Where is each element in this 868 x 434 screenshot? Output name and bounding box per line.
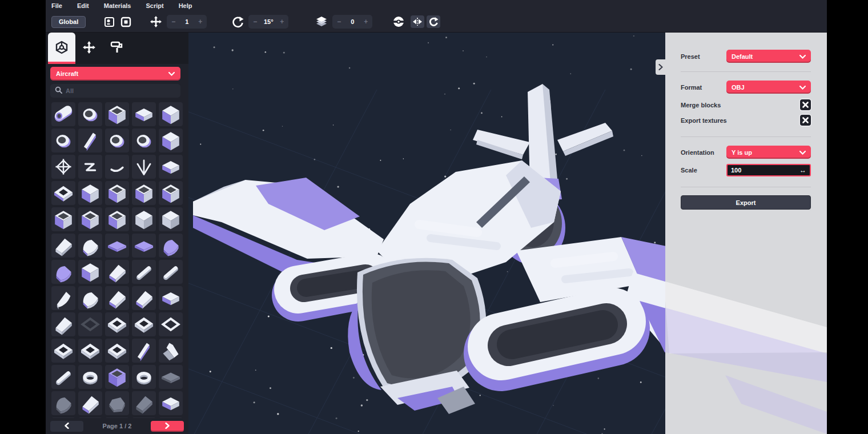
merge-blocks-checkbox[interactable]: [800, 99, 811, 110]
block-tile-rock-chunk[interactable]: [105, 391, 129, 415]
scale-input[interactable]: [731, 167, 782, 174]
block-tile-hull-peak[interactable]: [159, 207, 183, 231]
rotate-step-minus[interactable]: −: [253, 18, 257, 26]
block-tile-window-block-wide[interactable]: [105, 207, 129, 231]
menu-script[interactable]: Script: [146, 2, 163, 9]
tab-move[interactable]: [75, 33, 103, 64]
block-tile-nose-cone[interactable]: [51, 286, 75, 310]
block-tile-strut-zigzag[interactable]: [78, 155, 102, 179]
export-textures-checkbox[interactable]: [800, 115, 811, 126]
panel-collapse-handle[interactable]: [656, 59, 665, 75]
block-tile-wing-cross[interactable]: [159, 339, 183, 363]
block-tile-scoop-round[interactable]: [51, 260, 75, 284]
move-step-minus[interactable]: −: [171, 18, 175, 26]
block-tile-frame-open[interactable]: [51, 181, 75, 205]
block-tile-body-notch[interactable]: [105, 102, 129, 126]
menu-materials[interactable]: Materials: [104, 2, 131, 9]
preset-dropdown[interactable]: Default: [726, 50, 811, 63]
block-tile-slope-low[interactable]: [105, 286, 129, 310]
orbit-icon[interactable]: [392, 15, 405, 28]
block-tile-body-flat[interactable]: [132, 102, 156, 126]
block-tile-ring-torus[interactable]: [78, 365, 102, 389]
category-dropdown[interactable]: Aircraft: [50, 67, 180, 81]
block-tile-engine-cap[interactable]: [78, 102, 102, 126]
block-tile-plate-striped[interactable]: [159, 391, 183, 415]
block-tile-cockpit-wedge[interactable]: [105, 181, 129, 205]
next-page-button[interactable]: [151, 421, 184, 432]
block-tile-hatch-block[interactable]: [78, 181, 102, 205]
block-tile-canopy-piece[interactable]: [105, 365, 129, 389]
orientation-dropdown[interactable]: Y is up: [726, 146, 811, 159]
block-tile-window-block[interactable]: [51, 207, 75, 231]
block-tile-antenna-fan[interactable]: [132, 155, 156, 179]
block-tile-nose-wedge[interactable]: [51, 234, 75, 258]
block-tile-hull-block[interactable]: [159, 155, 183, 179]
block-tile-slope-round[interactable]: [159, 234, 183, 258]
export-button[interactable]: Export: [681, 195, 811, 210]
block-tile-fin-blade[interactable]: [132, 339, 156, 363]
rotate-cw-button[interactable]: [427, 15, 440, 28]
move-step-plus[interactable]: +: [198, 18, 202, 26]
block-tile-plate-gray[interactable]: [159, 365, 183, 389]
block-tile-bar-thin[interactable]: [159, 260, 183, 284]
block-tile-book-block[interactable]: [159, 286, 183, 310]
rotate-icon[interactable]: [231, 15, 244, 28]
block-tile-diamond-frame-thin[interactable]: [132, 312, 156, 336]
tab-paint[interactable]: [103, 33, 130, 64]
block-tile-frame-x[interactable]: [51, 155, 75, 179]
block-tile-engine-housing[interactable]: [159, 128, 183, 152]
layer-plus[interactable]: +: [364, 18, 368, 26]
bounds-icon[interactable]: [119, 15, 132, 28]
move-step-stepper[interactable]: − 1 +: [167, 15, 207, 29]
block-tile-pod-round[interactable]: [78, 286, 102, 310]
block-tile-slope-gray[interactable]: [51, 391, 75, 415]
block-tile-panel-diamond-3[interactable]: [105, 339, 129, 363]
menu-edit[interactable]: Edit: [77, 2, 89, 9]
grid-snap-icon[interactable]: [103, 15, 115, 28]
block-tile-cockpit-block[interactable]: [132, 181, 156, 205]
block-tile-block-two-tone[interactable]: [78, 260, 102, 284]
block-tile-engine-ring[interactable]: [51, 128, 75, 152]
block-tile-claw-piece[interactable]: [132, 286, 156, 310]
layer-stepper[interactable]: − 0 +: [332, 15, 372, 29]
format-dropdown[interactable]: OBJ: [726, 81, 811, 94]
menu-help[interactable]: Help: [179, 2, 192, 9]
block-tile-plate-thin[interactable]: [132, 234, 156, 258]
prev-page-button[interactable]: [50, 421, 83, 432]
block-tile-wedge-small-gray[interactable]: [132, 391, 156, 415]
search-input[interactable]: [66, 87, 176, 94]
block-tile-diamond-frame[interactable]: [105, 312, 129, 336]
layers-icon[interactable]: [315, 15, 328, 28]
block-tile-pie-wedge[interactable]: [105, 260, 129, 284]
menu-file[interactable]: File: [51, 2, 62, 9]
mirror-button[interactable]: [411, 15, 424, 28]
block-tile-panel-diamond-2[interactable]: [78, 339, 102, 363]
block-tile-engine-small[interactable]: [105, 128, 129, 152]
block-tile-bar-small[interactable]: [132, 260, 156, 284]
block-tile-diamond-flat[interactable]: [159, 312, 183, 336]
block-tile-cockpit-slope[interactable]: [159, 181, 183, 205]
block-tile-panel-diamond[interactable]: [51, 339, 75, 363]
block-tile-fuselage-tube[interactable]: [51, 102, 75, 126]
move-icon[interactable]: [150, 15, 162, 28]
block-tile-wire-curve[interactable]: [105, 155, 129, 179]
block-tile-strut-wedge[interactable]: [78, 128, 102, 152]
block-tile-blade-thin[interactable]: [51, 365, 75, 389]
block-tile-hull-white[interactable]: [132, 207, 156, 231]
block-tile-wedge-duo[interactable]: [78, 391, 102, 415]
block-tile-wedge-round[interactable]: [78, 234, 102, 258]
tab-blocks[interactable]: [48, 33, 75, 64]
block-tile-cargo-pack[interactable]: [159, 102, 183, 126]
block-tile-wedge-large[interactable]: [51, 312, 75, 336]
block-tile-engine-tilted[interactable]: [132, 128, 156, 152]
rotate-step-plus[interactable]: +: [280, 18, 284, 26]
global-local-toggle[interactable]: Global: [51, 16, 86, 28]
layer-minus[interactable]: −: [337, 18, 341, 26]
block-tile-diamond-plate[interactable]: [78, 312, 102, 336]
drag-horizontal-icon[interactable]: ↔: [799, 166, 806, 174]
block-tile-window-block-tall[interactable]: [78, 207, 102, 231]
block-tile-plate-flat[interactable]: [105, 234, 129, 258]
block-search[interactable]: [50, 84, 180, 98]
block-tile-ring-small[interactable]: [132, 365, 156, 389]
rotate-step-stepper[interactable]: − 15° +: [248, 15, 288, 29]
